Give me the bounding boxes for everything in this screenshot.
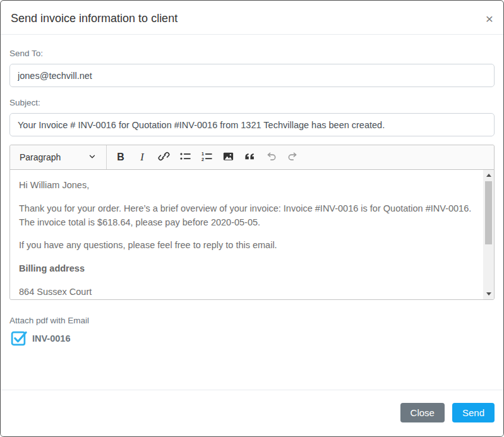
image-icon (222, 150, 234, 164)
scrollbar-up-arrow[interactable] (483, 170, 494, 181)
send-to-input[interactable] (9, 64, 495, 87)
send-invoice-modal: Send invoice information to client × Sen… (0, 0, 504, 437)
close-button[interactable]: Close (400, 403, 445, 422)
checkbox-checked-icon (11, 330, 27, 346)
link-icon (158, 150, 170, 164)
modal-footer: Close Send (1, 390, 503, 436)
bulleted-list-button[interactable] (175, 148, 195, 167)
paragraph-style-dropdown[interactable]: Paragraph (13, 148, 102, 167)
send-to-label: Send To: (9, 49, 495, 58)
bulleted-list-icon (179, 150, 191, 164)
modal-header: Send invoice information to client × (1, 1, 503, 35)
modal-title: Send invoice information to client (11, 12, 177, 25)
modal-body: Send To: Subject: Paragraph B I (1, 35, 503, 346)
scrollbar-down-arrow[interactable] (483, 289, 494, 299)
undo-button[interactable] (261, 148, 281, 167)
link-button[interactable] (153, 148, 174, 167)
editor-paragraph: Billing address (19, 262, 472, 276)
italic-icon: I (140, 151, 144, 164)
subject-input[interactable] (9, 113, 495, 136)
chevron-down-icon (88, 152, 97, 163)
editor-paragraph: If you have any questions, please feel f… (19, 239, 472, 253)
toolbar-separator (106, 145, 107, 169)
editor-scrollbar[interactable] (483, 170, 494, 299)
send-button[interactable]: Send (452, 403, 495, 422)
editor-paragraph: Thank you for your order. Here’s a brief… (19, 202, 472, 230)
editor-paragraph: 864 Sussex Court (19, 285, 472, 299)
numbered-list-button[interactable]: 1 2 (196, 148, 217, 167)
italic-button[interactable]: I (132, 148, 152, 167)
redo-button[interactable] (282, 148, 303, 167)
editor-text: Hi William Jones, Thank you for your ord… (10, 179, 494, 299)
editor-paragraph: Hi William Jones, (19, 179, 472, 193)
undo-icon (265, 150, 277, 164)
svg-text:2: 2 (201, 157, 203, 162)
block-quote-icon (244, 150, 256, 164)
block-quote-button[interactable] (239, 148, 260, 167)
scrollbar-thumb[interactable] (485, 181, 492, 244)
redo-icon (287, 150, 299, 164)
bold-button[interactable]: B (111, 148, 131, 167)
numbered-list-icon: 1 2 (201, 150, 213, 164)
attachment-name: INV-0016 (32, 333, 70, 344)
editor-toolbar: Paragraph B I (10, 145, 494, 170)
attach-pdf-label: Attach pdf with Email (9, 316, 495, 325)
bold-icon: B (117, 152, 124, 163)
svg-text:1: 1 (201, 152, 203, 157)
attachment-row: INV-0016 (9, 330, 495, 346)
subject-label: Subject: (9, 98, 495, 107)
insert-image-button[interactable] (218, 148, 238, 167)
close-icon[interactable]: × (486, 12, 493, 25)
attachment-checkbox[interactable] (11, 330, 27, 346)
rich-text-editor: Paragraph B I (9, 145, 495, 300)
editor-content[interactable]: Hi William Jones, Thank you for your ord… (10, 170, 494, 299)
paragraph-style-label: Paragraph (20, 152, 61, 162)
